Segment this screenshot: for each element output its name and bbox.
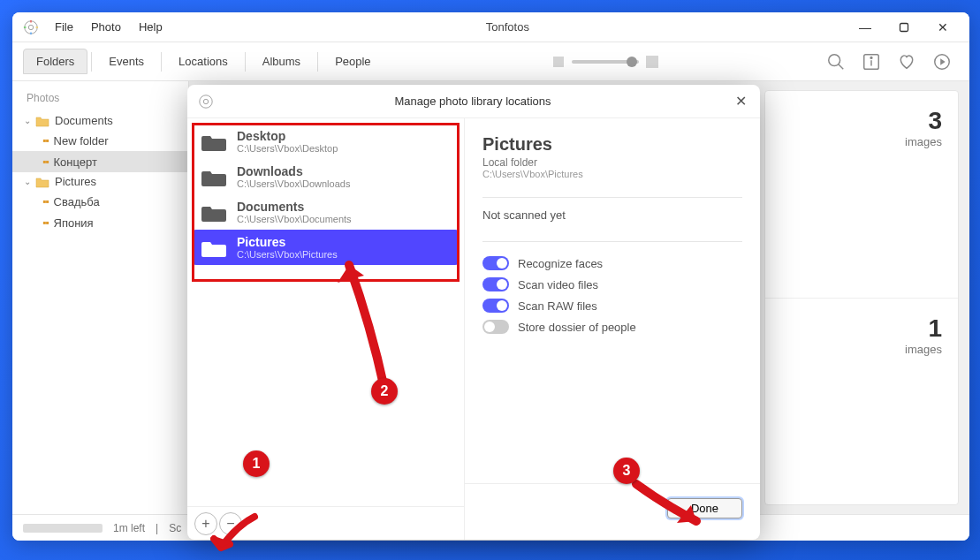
subfolder-label: Свадьба [54,195,100,208]
play-icon[interactable] [932,52,952,72]
location-item-pictures[interactable]: Pictures C:\Users\Vbox\Pictures [193,230,459,265]
summary-section-bottom: 1 images [765,298,958,505]
location-path: C:\Users\Vbox\Pictures [237,249,338,260]
toggle-switch-icon [482,320,509,334]
status-scan: Sc [169,522,181,534]
toggle-switch-icon [482,277,509,291]
thumbs-icon: ▪▪ [42,155,49,168]
toggle-recognize-faces[interactable]: Recognize faces [482,253,742,274]
image-count-label: images [905,135,942,148]
view-tabs: Folders Events Locations Albums People [23,49,384,74]
dialog-titlebar: Manage photo library locations ✕ [187,85,760,118]
folder-documents[interactable]: ⌄ Documents [12,111,188,130]
svg-point-16 [203,99,208,103]
details-type: Local folder [482,156,742,169]
dialog-body: Desktop C:\Users\Vbox\Desktop Downloads … [187,118,760,540]
folder-pictures[interactable]: ⌄ Pictures [12,172,188,191]
details-path: C:\Users\Vbox\Pictures [482,169,742,179]
folder-icon [35,115,49,127]
image-count: 1 [928,314,942,343]
subfolder-concert[interactable]: ▪▪ Концерт [12,151,188,172]
info-icon[interactable] [862,52,881,72]
location-item-downloads[interactable]: Downloads C:\Users\Vbox\Downloads [193,159,459,194]
close-button[interactable]: ✕ [923,14,962,41]
svg-point-9 [829,54,840,65]
toggle-store-dossier[interactable]: Store dossier of people [482,316,742,337]
add-location-button[interactable]: + [194,512,217,535]
svg-rect-6 [900,23,908,31]
minimize-button[interactable]: — [846,14,885,41]
thumbs-icon: ▪▪ [42,134,49,147]
svg-point-0 [25,20,37,33]
toggle-label: Scan video files [518,278,598,291]
tab-folders[interactable]: Folders [23,49,87,74]
menu-help[interactable]: Help [132,17,170,37]
location-path: C:\Users\Vbox\Documents [237,214,352,224]
toggle-switch-icon [482,299,509,313]
tab-people[interactable]: People [322,49,384,74]
location-details-pane: Pictures Local folder C:\Users\Vbox\Pict… [465,118,760,540]
thumbs-icon: ▪▪ [42,195,49,208]
toggle-switch-icon [482,256,509,270]
location-name: Downloads [237,164,350,178]
menu-bar: File Photo Help [48,17,170,37]
zoom-control [384,56,826,68]
folder-icon [35,176,49,188]
toggle-scan-raw[interactable]: Scan RAW files [482,295,742,316]
zoom-slider[interactable] [572,60,639,64]
location-list-footer: + − [187,506,464,540]
divider [482,197,742,198]
svg-rect-8 [646,56,658,68]
location-name: Desktop [237,129,338,143]
tab-locations[interactable]: Locations [165,49,241,74]
toggle-scan-video[interactable]: Scan video files [482,274,742,295]
toggle-label: Recognize faces [518,257,603,270]
location-path: C:\Users\Vbox\Downloads [237,178,350,189]
tab-albums[interactable]: Albums [249,49,314,74]
search-icon[interactable] [826,52,846,72]
done-button[interactable]: Done [667,498,742,518]
folder-icon [201,166,226,187]
svg-point-13 [870,57,872,58]
tab-events[interactable]: Events [95,49,157,74]
location-path: C:\Users\Vbox\Desktop [237,143,338,154]
manage-locations-dialog: Manage photo library locations ✕ Desktop… [187,85,760,540]
thumb-large-icon [646,56,658,68]
dialog-close-button[interactable]: ✕ [732,93,749,110]
subfolder-wedding[interactable]: ▪▪ Свадьба [12,191,188,212]
svg-rect-7 [553,57,564,67]
details-name: Pictures [482,134,742,155]
svg-point-1 [28,25,33,29]
app-logo-icon [198,94,214,110]
subfolder-label: New folder [54,134,109,148]
folder-icon [201,237,226,258]
folder-sidebar: Photos ⌄ Documents ▪▪ New folder ▪▪ Конц… [12,81,189,514]
chevron-down-icon: ⌄ [23,177,32,186]
subfolder-japan[interactable]: ▪▪ Япония [12,212,188,233]
summary-section-top: 3 images [765,91,958,298]
window-title: Tonfotos [170,20,846,34]
titlebar: File Photo Help Tonfotos — ✕ [12,12,969,42]
location-item-documents[interactable]: Documents C:\Users\Vbox\Documents [193,194,459,230]
subfolder-label: Япония [54,216,94,230]
heart-icon[interactable] [897,52,916,72]
toolbar-icons-right [826,52,959,72]
svg-point-15 [200,95,212,107]
location-list: Desktop C:\Users\Vbox\Desktop Downloads … [187,118,464,270]
subfolder-new-folder[interactable]: ▪▪ New folder [12,130,188,151]
sidebar-title: Photos [12,92,188,111]
annotation-bubble-3: 3 [613,458,640,484]
image-count-label: images [905,343,942,356]
remove-location-button[interactable]: − [219,512,242,535]
window-controls: — ✕ [846,14,962,41]
menu-file[interactable]: File [48,17,80,37]
location-item-desktop[interactable]: Desktop C:\Users\Vbox\Desktop [193,124,459,159]
dialog-title: Manage photo library locations [214,95,732,108]
thumbs-icon: ▪▪ [42,216,49,229]
divider [482,241,742,242]
menu-photo[interactable]: Photo [84,17,128,37]
dialog-footer: Done [465,483,760,524]
svg-line-10 [839,64,844,69]
maximize-button[interactable] [885,14,923,41]
summary-card: 3 images 1 images [764,90,959,505]
